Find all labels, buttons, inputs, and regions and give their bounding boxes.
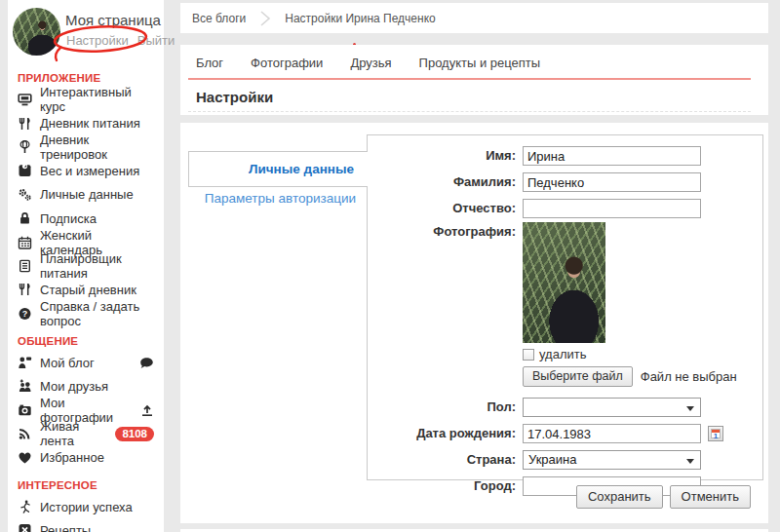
chevron-down-icon (686, 459, 694, 464)
personal-data-form: Имя: Фамилия: Отчество: Фотография: удал… (367, 134, 763, 480)
heart-icon (18, 451, 32, 465)
sidebar-item-label: Старый дневник (40, 283, 136, 297)
help-icon: ? (18, 307, 32, 321)
country-select[interactable]: Украина (523, 450, 701, 470)
sidebar-item-workout-diary[interactable]: Дневник тренировок (8, 135, 164, 159)
last-name-label: Фамилия: (368, 172, 516, 192)
save-button[interactable]: Сохранить (576, 485, 663, 509)
tabs-row: Блог Фотографии Друзья Продукты и рецепт… (188, 45, 751, 80)
workout-diary-icon (18, 140, 32, 154)
country-label: Страна: (368, 450, 516, 470)
food-diary-icon (18, 117, 32, 131)
chevron-right-icon (259, 10, 271, 27)
sidebar-item-my-blog[interactable]: Мой блог (8, 351, 164, 374)
comment-icon[interactable] (139, 357, 154, 369)
sidebar-item-course[interactable]: Интерактивный курс (8, 88, 164, 111)
chevron-down-icon (686, 406, 694, 411)
logout-link[interactable]: Выйти (137, 33, 176, 48)
sidebar-item-label: Живая лента (40, 419, 109, 448)
sidebar-item-label: Личные данные (40, 187, 134, 202)
scale-icon (18, 164, 32, 177)
sidebar-item-label: Справка / задать вопрос (40, 299, 154, 328)
vtab-authorization-params[interactable]: Параметры авторизации (188, 191, 356, 207)
recipes-icon (18, 523, 32, 532)
birth-date-input[interactable] (523, 424, 701, 443)
profile-name[interactable]: Моя страница (65, 12, 161, 28)
form-buttons: Сохранить Отменить (569, 485, 751, 509)
last-name-input[interactable] (523, 172, 701, 192)
sidebar-item-live-feed[interactable]: Живая лента 8108 (8, 422, 164, 445)
settings-link[interactable]: Настройки (66, 33, 129, 48)
settings-form-panel: Личные данные Параметры авторизации Имя:… (180, 123, 768, 523)
form-row-first-name: Имя: (368, 146, 762, 166)
file-status-text: Файл не выбран (641, 369, 737, 384)
sidebar-item-label: Дневник тренировок (40, 133, 154, 162)
upload-icon[interactable] (140, 403, 154, 417)
tabs-panel: Блог Фотографии Друзья Продукты и рецепт… (180, 45, 768, 115)
breadcrumb-current: Настройки Ирина Педченко (285, 12, 435, 25)
avatar[interactable] (13, 8, 60, 56)
first-name-input[interactable] (523, 146, 701, 166)
profile-links: НастройкиВыйти (66, 33, 183, 48)
friends-icon (18, 379, 32, 393)
page: Моя страница НастройкиВыйти ПРИЛОЖЕНИЕ И… (0, 0, 780, 532)
sidebar-item-label: Избранное (40, 450, 104, 465)
sidebar-item-success-stories[interactable]: Истории успеха (8, 495, 164, 518)
sidebar-item-label: Дневник питания (40, 116, 140, 131)
sidebar-item-label: Подписка (40, 211, 97, 226)
menu-interesting: Истории успеха Рецепты (8, 495, 164, 532)
middle-name-label: Отчество: (368, 199, 516, 218)
sidebar-item-label: Планировщик питания (40, 251, 154, 281)
sidebar-item-label: Мои друзья (40, 379, 108, 394)
live-feed-badge: 8108 (115, 427, 154, 441)
form-row-birth-date: Дата рождения: 1 (368, 424, 762, 443)
photos-icon (18, 403, 32, 417)
gears-icon (18, 188, 32, 202)
tab-photos[interactable]: Фотографии (251, 56, 323, 70)
menu-communication: Мой блог Мои друзья Мои фотографии Живая… (8, 351, 164, 470)
gender-select[interactable] (523, 398, 701, 417)
form-row-gender: Пол: (368, 398, 762, 417)
tab-friends[interactable]: Друзья (350, 56, 391, 70)
birth-date-label: Дата рождения: (368, 424, 516, 443)
course-icon (18, 93, 32, 106)
sidebar-item-meal-planner[interactable]: Планировщик питания (8, 254, 164, 278)
vtab-personal-data[interactable]: Личные данные (188, 151, 368, 187)
sidebar-item-label: Рецепты (40, 523, 91, 532)
old-diary-icon (18, 283, 32, 296)
tab-products-recipes[interactable]: Продукты и рецепты (419, 56, 541, 70)
breadcrumb-all-blogs[interactable]: Все блоги (192, 12, 246, 25)
sidebar-item-recipes[interactable]: Рецепты (8, 518, 164, 532)
datepicker-icon: 1 (711, 429, 721, 438)
rss-icon (18, 427, 32, 440)
sidebar-item-help[interactable]: ? Справка / задать вопрос (8, 302, 164, 325)
form-row-photo: Фотография: удалить Выберите файл Файл н… (368, 222, 762, 393)
photo-label: Фотография: (368, 222, 516, 393)
gender-label: Пол: (368, 398, 516, 417)
sidebar-item-favorites[interactable]: Избранное (8, 445, 164, 469)
breadcrumb: Все блоги Настройки Ирина Педченко (180, 3, 768, 33)
tab-blog[interactable]: Блог (196, 56, 223, 70)
sidebar-item-label: Мой блог (40, 356, 95, 370)
runner-icon (18, 500, 32, 513)
section-title-interesting: ИНТЕРЕСНОЕ (8, 470, 164, 495)
sidebar-item-weight[interactable]: Вес и измерения (8, 159, 164, 182)
profile-block: Моя страница НастройкиВыйти (8, 0, 164, 62)
sidebar-item-label: Интерактивный курс (40, 85, 154, 114)
planner-icon (18, 259, 32, 273)
form-row-last-name: Фамилия: (368, 172, 762, 192)
delete-photo-checkbox[interactable] (523, 349, 534, 361)
lock-icon (18, 211, 32, 225)
svg-text:?: ? (22, 309, 28, 319)
calendar-icon (18, 236, 32, 249)
choose-file-button[interactable]: Выберите файл (523, 366, 633, 387)
form-row-middle-name: Отчество: (368, 199, 762, 218)
datepicker-button[interactable]: 1 (708, 426, 723, 441)
section-title-communication: ОБЩЕНИЕ (8, 325, 164, 351)
menu-app: Интерактивный курс Дневник питания Дневн… (8, 88, 164, 325)
middle-name-input[interactable] (523, 199, 701, 218)
form-row-country: Страна: Украина (368, 450, 762, 470)
sidebar-item-personal-data[interactable]: Личные данные (8, 183, 164, 207)
first-name-label: Имя: (368, 146, 516, 166)
cancel-button[interactable]: Отменить (670, 485, 751, 509)
